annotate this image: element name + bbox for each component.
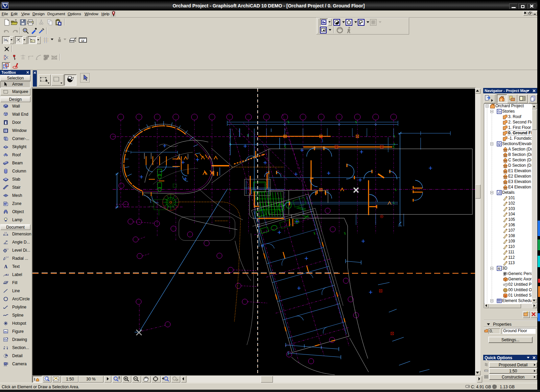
svg-text:1.2: 1.2	[6, 256, 8, 258]
svg-text:G: G	[498, 267, 500, 270]
svg-text:12: 12	[81, 39, 84, 42]
svg-text:A1: A1	[5, 273, 8, 276]
svg-text:50: 50	[6, 240, 8, 242]
svg-text:x::: x::	[31, 40, 33, 42]
svg-text:A: A	[4, 264, 8, 269]
svg-text:1.2: 1.2	[4, 232, 7, 234]
svg-text:1.2: 1.2	[6, 248, 8, 250]
